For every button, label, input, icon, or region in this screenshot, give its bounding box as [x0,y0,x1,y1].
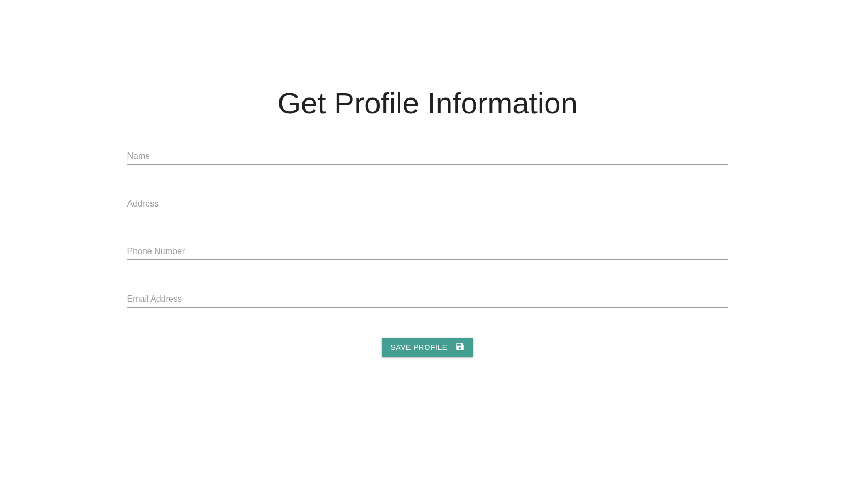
save-profile-button[interactable]: SAVE PROFILE [382,338,473,357]
email-field-group [127,290,728,308]
phone-field-group [127,242,728,260]
button-row: SAVE PROFILE [127,338,728,357]
profile-form-container: Get Profile Information SAVE PROFILE [127,0,728,357]
address-field-group [127,195,728,212]
page-title: Get Profile Information [127,86,728,120]
phone-input[interactable] [127,242,728,260]
email-input[interactable] [127,290,728,308]
name-input[interactable] [127,147,728,165]
save-button-label: SAVE PROFILE [390,343,447,352]
save-icon [455,342,465,353]
address-input[interactable] [127,195,728,212]
name-field-group [127,147,728,165]
